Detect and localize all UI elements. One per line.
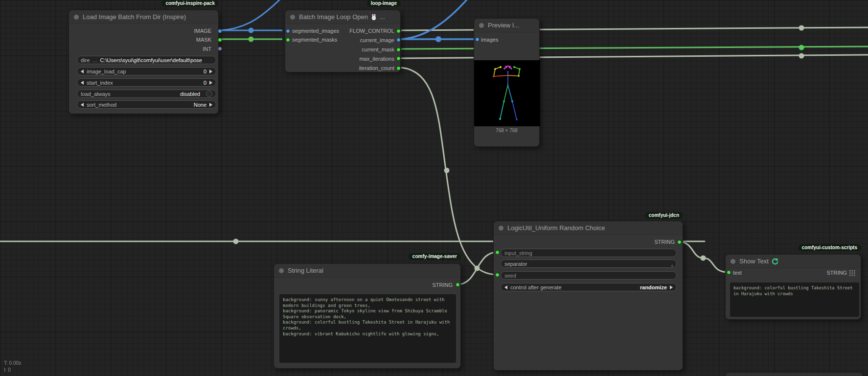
start-index-widget[interactable]: start_index 0 xyxy=(77,78,216,87)
node-badge: loop-image xyxy=(367,0,401,7)
partial-node-bottom-right[interactable] xyxy=(725,372,863,376)
collapse-dot-icon[interactable] xyxy=(290,15,295,20)
widget-label: start_index xyxy=(87,80,113,86)
sort-method-widget[interactable]: sort_method None xyxy=(77,100,216,109)
input-string-widget[interactable]: input_string xyxy=(501,249,677,257)
wire-image-up[interactable] xyxy=(220,0,281,30)
node-title-bar[interactable]: Load Image Batch From Dir (Inspire) xyxy=(69,10,218,24)
input-port-text[interactable] xyxy=(727,270,731,275)
collapse-dot-icon[interactable] xyxy=(499,226,503,231)
node-title: String Literal xyxy=(288,267,323,274)
wire-max-iterations[interactable] xyxy=(401,55,868,58)
node-batch-image-loop-open[interactable]: Batch Image Loop Open ... segmented_imag… xyxy=(285,10,401,72)
string-textarea[interactable]: background: sunny afternoon on a quiet O… xyxy=(279,294,456,363)
toggle-knob-icon[interactable] xyxy=(206,91,212,97)
output-port-string[interactable] xyxy=(677,240,682,244)
decrement-arrow-icon[interactable] xyxy=(81,70,84,73)
widget-label: dire xyxy=(81,57,90,63)
output-label-string: STRING xyxy=(654,239,675,245)
output-label-current-image: current_image xyxy=(360,37,394,44)
increment-arrow-icon[interactable] xyxy=(209,103,212,107)
status-readout: T: 0.00s I: 0 xyxy=(4,360,21,374)
node-title-bar[interactable]: Show Text xyxy=(726,255,861,268)
link-dot xyxy=(249,28,254,33)
collapse-dot-icon[interactable] xyxy=(74,15,79,20)
collapse-dot-icon[interactable] xyxy=(279,268,284,273)
node-title: Load Image Batch From Dir (Inspire) xyxy=(83,13,186,21)
output-label-string: STRING xyxy=(826,270,847,276)
output-port-current-image[interactable] xyxy=(396,38,401,42)
widget-label: load_always xyxy=(81,91,111,97)
output-label-int: INT xyxy=(203,46,211,52)
link-dot xyxy=(701,256,706,261)
output-port-iteration-count[interactable] xyxy=(396,66,401,70)
status-iteration: I: 0 xyxy=(4,367,21,374)
widget-value: 0 xyxy=(204,80,206,86)
wire-current-mask[interactable] xyxy=(401,47,868,49)
link-dot xyxy=(444,168,450,173)
node-preview-image[interactable]: Preview I... images xyxy=(474,18,540,147)
seed-widget[interactable]: seed xyxy=(501,271,677,280)
output-label-iteration-count: iteration_count xyxy=(359,65,394,71)
increment-arrow-icon[interactable] xyxy=(209,70,212,73)
openpose-skeleton xyxy=(474,60,540,126)
link-dot xyxy=(799,45,804,50)
link-dot xyxy=(799,53,804,59)
node-badge: comfyui-custom-scripts xyxy=(798,244,861,251)
node-title-bar[interactable]: String Literal xyxy=(274,264,460,278)
output-port-current-mask[interactable] xyxy=(396,47,401,52)
show-text-textarea[interactable]: background: colorful bustling Takeshita … xyxy=(730,282,859,317)
input-label-text: text xyxy=(733,270,742,276)
increment-arrow-icon[interactable] xyxy=(209,81,212,85)
node-title: Batch Image Loop Open xyxy=(299,13,368,21)
widget-label: control after generate xyxy=(510,284,562,290)
collapse-dot-icon[interactable] xyxy=(479,23,484,28)
node-title: LogicUtil_Uniform Random Choice xyxy=(507,224,605,232)
output-port-max-iterations[interactable] xyxy=(396,56,401,61)
wire-current-image-up[interactable] xyxy=(401,0,468,39)
node-graph-canvas[interactable]: comfyui-inspire-pack loop-image comfyui-… xyxy=(0,0,868,376)
separator-widget[interactable]: separator , xyxy=(501,259,677,268)
output-port-string[interactable] xyxy=(456,282,460,287)
wire-flow-control[interactable] xyxy=(401,27,868,30)
node-load-image-batch[interactable]: Load Image Batch From Dir (Inspire) IMAG… xyxy=(69,10,219,114)
node-title-suffix: ... xyxy=(380,13,385,21)
output-port-flow-control[interactable] xyxy=(396,29,401,33)
decrement-arrow-icon[interactable] xyxy=(504,285,507,289)
output-label-mask: MASK xyxy=(196,37,211,43)
control-after-generate-widget[interactable]: control after generate randomize xyxy=(501,283,677,291)
decrement-arrow-icon[interactable] xyxy=(81,81,84,85)
link-dot xyxy=(233,239,239,244)
input-port-seed[interactable] xyxy=(495,273,500,277)
node-title-bar[interactable]: Preview I... xyxy=(474,19,539,32)
node-badge: comfyui-jdcn xyxy=(645,212,683,219)
load-always-widget[interactable]: load_always disabled xyxy=(77,90,216,98)
preview-image-pose xyxy=(474,60,540,126)
directory-widget[interactable]: dire ... C:\Users\syui\git\comfyui\user\… xyxy=(77,56,216,64)
widget-label: sort_method xyxy=(87,102,116,108)
collapse-dot-icon[interactable] xyxy=(731,259,735,264)
node-title-bar[interactable]: Batch Image Loop Open ... xyxy=(285,10,400,24)
output-port-int[interactable] xyxy=(218,47,222,51)
decrement-arrow-icon[interactable] xyxy=(81,103,84,107)
input-port-input-string[interactable] xyxy=(495,250,500,255)
input-port-images[interactable] xyxy=(475,37,480,42)
output-port-image[interactable] xyxy=(218,29,222,33)
input-port-segmented-images[interactable] xyxy=(286,29,290,33)
node-show-text[interactable]: Show Text text STRING background: colorf… xyxy=(725,254,861,320)
image-load-cap-widget[interactable]: image_load_cap 0 xyxy=(77,67,216,75)
output-label-string: STRING xyxy=(432,282,453,288)
node-logicutil-uniform-random-choice[interactable]: LogicUtil_Uniform Random Choice STRING i… xyxy=(493,221,683,371)
status-time: T: 0.00s xyxy=(4,360,21,367)
widget-label: separator xyxy=(504,261,527,267)
input-port-segmented-masks[interactable] xyxy=(286,38,290,42)
increment-arrow-icon[interactable] xyxy=(670,285,673,289)
output-label-max-iterations: max_iterations xyxy=(359,56,394,62)
widget-label: input_string xyxy=(504,250,532,256)
node-badge: comfy-image-saver xyxy=(409,253,461,260)
link-dot xyxy=(475,266,480,271)
grid-output-icon[interactable] xyxy=(849,270,855,276)
node-title-bar[interactable]: LogicUtil_Uniform Random Choice xyxy=(494,221,683,235)
output-port-mask[interactable] xyxy=(218,38,222,42)
node-string-literal[interactable]: String Literal STRING background: sunny … xyxy=(274,263,461,369)
